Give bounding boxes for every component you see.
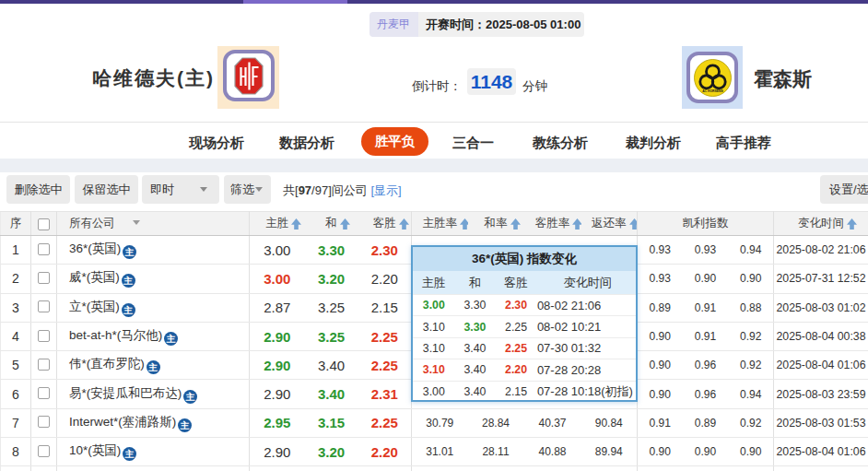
svg-text:AC HORSENS: AC HORSENS bbox=[702, 89, 723, 93]
